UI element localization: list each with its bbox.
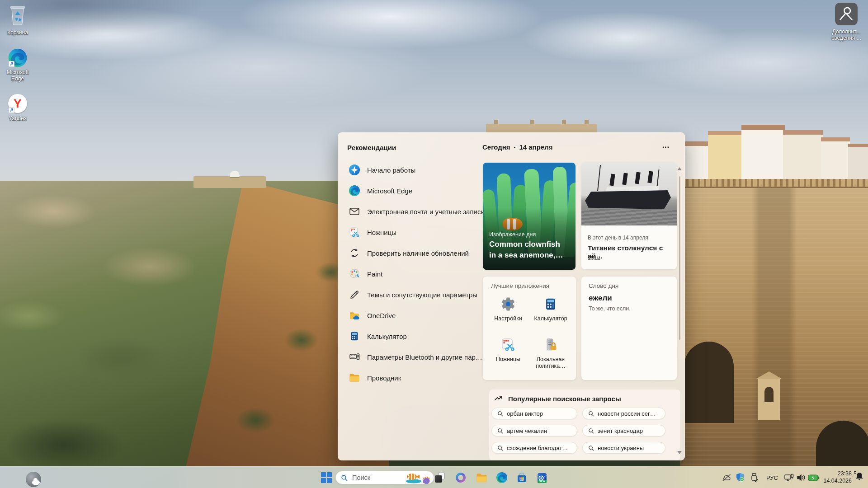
widgets-button[interactable] <box>26 472 41 487</box>
app-local-policy[interactable]: Локальная политика… <box>530 336 571 370</box>
wallpaper-gazebo <box>230 171 240 177</box>
trending-chip[interactable]: орбан виктор <box>491 408 577 419</box>
microsoft-store-button[interactable] <box>514 471 529 484</box>
trending-chip[interactable]: зенит краснодар <box>582 425 665 436</box>
app-calculator[interactable]: Калькулятор <box>530 296 571 322</box>
yandex-label: Yandex <box>1 115 34 122</box>
outlook-button[interactable]: NEW <box>535 471 549 484</box>
paint-icon <box>349 268 360 280</box>
wallpaper-town <box>678 117 868 184</box>
outlook-new-badge: NEW <box>538 480 547 483</box>
app-settings[interactable]: Настройки <box>487 296 529 322</box>
rec-item-onedrive[interactable]: OneDrive <box>349 306 482 324</box>
local-policy-icon <box>530 336 571 353</box>
recycle-bin-label: Корзина <box>1 29 34 36</box>
rec-item-paint[interactable]: Paint <box>349 265 482 283</box>
desktop-screen: Корзина Microsoft Edge Y Yandex <box>0 0 868 488</box>
taskbar-clock[interactable]: 23:38 14.04.2026 <box>814 470 852 484</box>
file-explorer-button[interactable] <box>474 471 489 484</box>
mail-icon <box>349 206 360 217</box>
trending-searches-section: Популярные поисковые запросы орбан викто… <box>489 389 680 460</box>
more-options-button[interactable]: … <box>660 140 672 151</box>
edge-label: Microsoft Edge <box>1 69 34 82</box>
shortcut-arrow-icon <box>9 107 14 113</box>
search-icon <box>588 428 594 434</box>
on-this-day-title: Титаник столкнулся с ай… <box>588 244 677 260</box>
search-icon <box>497 411 503 417</box>
desktop-icon-additional-info[interactable]: Дополнит... сведения ... <box>827 3 865 41</box>
top-apps-card: Лучшие приложения Настройки Калькул <box>483 277 576 380</box>
image-of-day-kicker: Изображение дня <box>489 231 536 238</box>
rec-item-bluetooth-settings[interactable]: Параметры Bluetooth и другие пар… <box>349 348 482 366</box>
on-this-day-kicker: В этот день в 14 апреля <box>588 235 648 241</box>
recycle-bin-icon <box>9 5 27 26</box>
search-icon <box>588 411 594 417</box>
file-explorer-icon <box>476 472 488 484</box>
settings-gear-icon <box>487 296 529 313</box>
snipping-tool-icon <box>487 336 529 353</box>
top-apps-title: Лучшие приложения <box>491 282 549 289</box>
app-snipping[interactable]: Ножницы <box>487 336 529 363</box>
trending-up-icon <box>494 394 503 404</box>
get-started-icon <box>349 164 360 176</box>
check-updates-icon <box>349 247 360 259</box>
taskbar-search-box[interactable]: Поиск <box>335 471 434 484</box>
notifications-button[interactable]: z <box>854 472 865 483</box>
titanic-photo <box>581 162 677 225</box>
task-view-button[interactable] <box>433 471 447 484</box>
onedrive-paused-icon <box>722 474 731 482</box>
panel-scrollbar[interactable] <box>677 166 683 459</box>
edge-button[interactable] <box>495 471 509 484</box>
security-shield-icon <box>736 473 745 483</box>
trending-chip[interactable]: схождение благодат… <box>491 442 577 454</box>
clock-time: 23:38 <box>814 470 852 477</box>
rec-item-get-started[interactable]: Начало работы <box>349 161 482 179</box>
onedrive-tray-button[interactable] <box>721 473 732 483</box>
copilot-button[interactable] <box>453 471 468 484</box>
scroll-down-icon[interactable] <box>677 451 682 454</box>
search-highlight-clownfish-icon <box>402 472 431 484</box>
scrollbar-thumb[interactable] <box>679 176 680 340</box>
rec-item-themes[interactable]: Темы и сопутствующие параметры <box>349 286 482 304</box>
ethernet-network-icon <box>784 474 794 482</box>
speaker-icon <box>797 474 806 482</box>
rec-item-snipping[interactable]: Ножницы <box>349 223 482 241</box>
search-placeholder: Поиск <box>352 474 370 481</box>
rec-item-file-explorer[interactable]: Проводник <box>349 369 482 387</box>
rec-item-check-updates[interactable]: Проверить наличие обновлений <box>349 244 482 262</box>
today-date: 14 апреля <box>519 143 552 151</box>
volume-tray-button[interactable] <box>796 473 807 483</box>
onedrive-icon <box>349 310 360 321</box>
security-tray-button[interactable] <box>734 472 746 483</box>
word-of-day-definition: То же, что если. <box>589 305 631 312</box>
scroll-up-icon[interactable] <box>677 167 682 170</box>
search-icon <box>497 445 503 451</box>
usb-tray-button[interactable] <box>749 472 760 483</box>
bell-dnd-icon: z <box>855 472 864 483</box>
rec-item-calculator[interactable]: Калькулятор <box>349 327 482 345</box>
start-button[interactable] <box>319 471 334 484</box>
network-tray-button[interactable] <box>783 473 795 483</box>
task-view-icon <box>435 473 445 483</box>
trending-header: Популярные поисковые запросы <box>494 394 621 404</box>
trending-chip[interactable]: артем чекалин <box>491 425 577 436</box>
desktop-icon-recycle-bin[interactable]: Корзина <box>1 5 34 36</box>
rec-item-edge[interactable]: Microsoft Edge <box>349 182 482 200</box>
shortcut-arrow-icon <box>9 61 14 67</box>
safely-remove-usb-icon <box>750 473 758 483</box>
desktop-icon-edge[interactable]: Microsoft Edge <box>1 48 34 82</box>
on-this-day-card[interactable]: В этот день в 14 апреля Титаник столкнул… <box>581 162 677 269</box>
today-header: Сегодня • 14 апреля <box>482 143 552 151</box>
trending-chip[interactable]: новости украины <box>582 442 665 454</box>
rec-item-mail[interactable]: Электронная почта и учетные записи <box>349 202 482 221</box>
trending-chip[interactable]: новости россии сег… <box>582 408 665 419</box>
bluetooth-settings-icon <box>349 351 360 363</box>
image-of-day-card[interactable]: Изображение дня Common clownfish in a se… <box>483 163 576 270</box>
language-indicator[interactable]: РУС <box>764 473 780 483</box>
desktop-icon-yandex[interactable]: Y Yandex <box>1 94 34 122</box>
edge-icon <box>349 185 360 197</box>
search-home-panel: Рекомендации Начало работы Microsoft Edg… <box>338 132 685 460</box>
weather-cloud-icon <box>32 480 40 485</box>
snipping-tool-icon <box>349 226 360 238</box>
word-of-day-word: ежели <box>589 294 612 303</box>
